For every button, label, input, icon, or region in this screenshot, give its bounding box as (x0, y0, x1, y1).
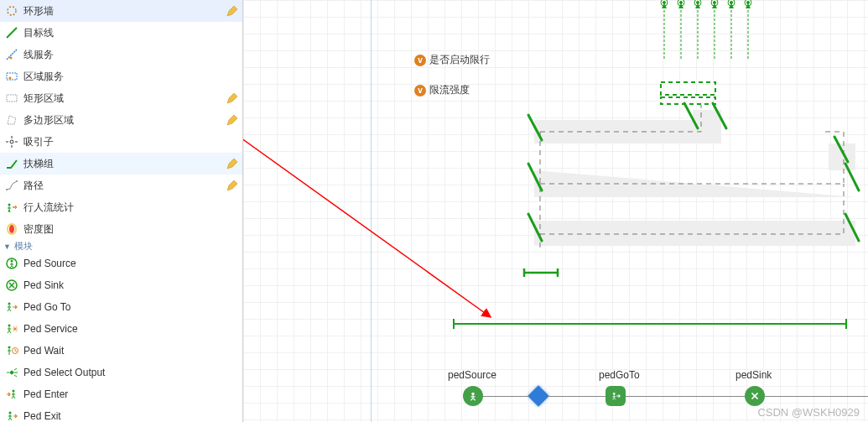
svg-point-69 (471, 393, 475, 396)
item-wall[interactable]: 环形墙 (0, 0, 242, 22)
line-service-icon (3, 46, 20, 63)
block-ped-exit[interactable]: Ped Exit (0, 405, 242, 422)
variable-badge-icon: v (414, 85, 426, 96)
item-label: 密度图 (23, 222, 239, 237)
block-ped-goto[interactable]: Ped Go To (0, 296, 242, 318)
pencil-icon[interactable] (226, 4, 239, 18)
section-header-blocks[interactable]: ▼ 模块 (0, 240, 242, 253)
item-label: 目标线 (23, 26, 239, 40)
svg-rect-4 (7, 73, 17, 80)
poly-area-icon (3, 112, 20, 128)
svg-rect-28 (9, 370, 14, 375)
target-line-canvas[interactable] (453, 323, 847, 325)
item-path[interactable]: 路径 (0, 175, 242, 196)
pencil-icon[interactable] (226, 113, 239, 127)
block-select-icon[interactable] (528, 386, 548, 406)
ped-enter-icon (3, 386, 20, 403)
block-pedgoto-icon[interactable] (606, 386, 626, 406)
svg-marker-7 (8, 116, 16, 124)
blocks-section: Ped Source Ped Sink Ped Go To Ped Servic… (0, 253, 242, 422)
wall-icon (3, 3, 20, 19)
item-target-line[interactable]: 目标线 (0, 22, 242, 44)
svg-point-40 (680, 2, 683, 4)
svg-point-3 (10, 57, 13, 60)
escalator-icon (3, 155, 20, 172)
item-label: Ped Wait (23, 345, 239, 357)
space-markup-section: 环形墙 目标线 线服务 区域服务 (0, 0, 242, 240)
ped-service-icon (3, 320, 20, 337)
item-ped-stats[interactable]: 行人流统计 (0, 196, 242, 218)
svg-point-23 (8, 303, 11, 305)
item-label: Ped Enter (23, 388, 239, 400)
item-label: 扶梯组 (23, 157, 226, 171)
ped-stats-icon (3, 199, 20, 216)
vertical-guide (371, 0, 372, 422)
item-label: Ped Exit (23, 410, 239, 422)
queue-corridor[interactable] (520, 80, 864, 281)
flow-connector (765, 396, 868, 397)
item-label: 行人流统计 (23, 201, 239, 215)
item-label: 区域服务 (23, 70, 239, 84)
item-poly-area[interactable]: 多边形区域 (0, 109, 242, 131)
item-escalator-group[interactable]: 扶梯组 (0, 153, 242, 175)
item-area-service[interactable]: 区域服务 (0, 65, 242, 87)
ped-goto-icon (3, 299, 20, 315)
label-pedsink: pedSink (735, 369, 772, 381)
svg-rect-53 (661, 82, 715, 95)
svg-point-13 (6, 189, 8, 190)
svg-point-8 (10, 140, 13, 143)
block-ped-enter[interactable]: Ped Enter (0, 383, 242, 405)
variable-limit-strength[interactable]: v 限流强度 (414, 83, 470, 97)
attractor-icon (3, 133, 20, 150)
item-label: 线服务 (23, 48, 239, 62)
density-icon (3, 221, 20, 237)
item-density-map[interactable]: 密度图 (0, 218, 242, 240)
pencil-icon[interactable] (226, 179, 239, 192)
label-pedgoto: pedGoTo (599, 369, 640, 381)
ped-source-icon (3, 255, 20, 272)
block-ped-sink[interactable]: Ped Sink (0, 274, 242, 296)
svg-point-19 (11, 260, 13, 263)
pencil-icon[interactable] (226, 157, 239, 170)
item-attractor[interactable]: 吸引子 (0, 131, 242, 153)
sidebar: 环形墙 目标线 线服务 区域服务 (0, 0, 243, 422)
ped-select-icon (3, 364, 20, 381)
path-icon (3, 177, 20, 194)
svg-point-46 (714, 2, 716, 4)
ped-exit-icon (3, 408, 20, 422)
block-pedsource-icon[interactable] (463, 386, 483, 406)
svg-point-34 (9, 412, 12, 414)
svg-point-33 (13, 390, 15, 393)
item-label: Ped Sink (23, 279, 239, 291)
ped-sink-icon (3, 277, 20, 294)
variable-limit-enable[interactable]: v 是否启动限行 (414, 53, 490, 67)
pencil-icon[interactable] (226, 91, 239, 105)
block-ped-select-output[interactable]: Ped Select Output (0, 362, 242, 383)
block-ped-wait[interactable]: Ped Wait (0, 340, 242, 362)
diamond-icon (528, 385, 548, 406)
svg-point-70 (613, 393, 616, 395)
watermark: CSDN @WSKH0929 (757, 406, 860, 419)
block-ped-service[interactable]: Ped Service (0, 318, 242, 340)
svg-point-24 (8, 325, 11, 327)
rect-area-icon (3, 90, 20, 107)
item-label: 路径 (23, 179, 226, 193)
svg-line-1 (7, 28, 17, 38)
svg-point-14 (16, 180, 18, 182)
flow-connector (548, 396, 606, 397)
block-ped-source[interactable]: Ped Source (0, 253, 242, 274)
svg-rect-54 (661, 97, 715, 104)
block-pedsink-icon[interactable] (745, 386, 765, 406)
svg-point-37 (663, 2, 666, 4)
item-rect-area[interactable]: 矩形区域 (0, 87, 242, 109)
variable-label: 是否启动限行 (429, 53, 490, 67)
canvas[interactable]: v 是否启动限行 v 限流强度 (243, 0, 868, 422)
svg-rect-6 (7, 95, 17, 102)
item-line-service[interactable]: 线服务 (0, 44, 242, 65)
item-label: Ped Service (23, 323, 239, 335)
area-service-icon (3, 68, 20, 85)
item-label: Ped Source (23, 258, 239, 269)
svg-point-52 (747, 2, 750, 4)
svg-point-15 (8, 204, 11, 206)
variable-label: 限流强度 (429, 83, 470, 97)
